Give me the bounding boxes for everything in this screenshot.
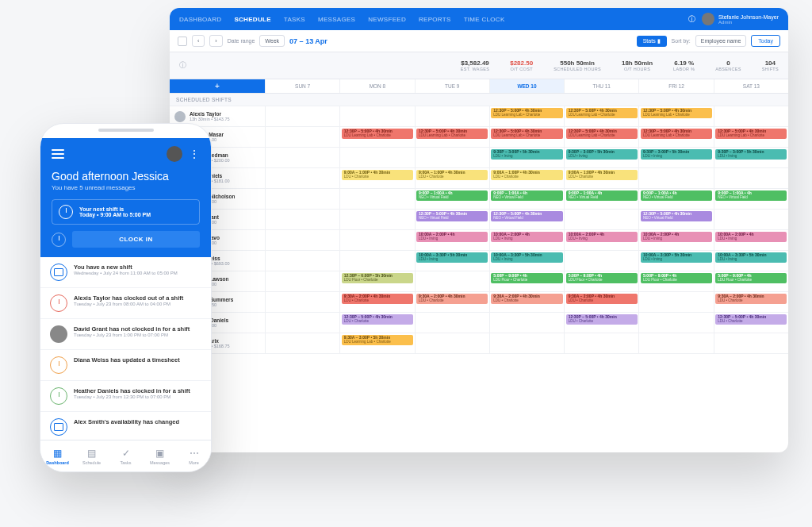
feed-item[interactable]: Heather Daniels has clocked in for a shi… [40,381,211,412]
shift-block[interactable]: 12:30P – 5:00P • 4h 30minLDU Learning La… [491,108,562,118]
nav-tab-schedule[interactable]: SCHEDULE [234,16,270,23]
nav-tab-time clock[interactable]: TIME CLOCK [464,16,505,23]
info-icon[interactable]: ⓘ [179,60,186,71]
shift-block[interactable]: 9:30A – 2:00P • 4h 30minLDU • Charlotte [416,294,488,304]
nav-tab-newsfeed[interactable]: NEWSFEED [368,16,406,23]
day-cell[interactable] [489,333,564,353]
day-cell[interactable]: 10:00A – 2:00P • 4hLDU • Irving [489,230,564,250]
shift-block[interactable]: 12:30P – 5:00P • 4h 30minNEO • Virtual F… [416,211,488,221]
day-cell[interactable]: 10:00A – 3:30P • 5h 30minLDU • Irving [489,251,564,271]
nav-tab-reports[interactable]: REPORTS [419,16,451,23]
shift-block[interactable]: 12:30P – 5:00P • 4h 30minLDU Learning La… [566,108,638,118]
shift-block[interactable]: 5:00P – 9:00P • 4hLDU Floor • Charlotte [641,273,712,283]
day-cell[interactable]: 12:30P – 5:00P • 4h 30minLDU Learning La… [339,127,414,147]
day-cell[interactable]: 9:30A – 2:00P • 4h 30minLDU • Charlotte [339,292,414,312]
day-cell[interactable]: 9:30A – 2:00P • 4h 30minLDU • Charlotte [564,292,638,312]
day-cell[interactable] [564,251,638,271]
day-cell[interactable]: 9:00P – 1:00A • 4hNEO • Virtual Field [714,189,788,209]
phone-tab-messages[interactable]: ▣Messages [143,440,177,471]
day-header[interactable]: WED 10 [489,79,564,93]
day-cell[interactable]: 10:00A – 2:00P • 4hLDU • Irving [638,230,713,250]
shift-block[interactable]: 10:00A – 3:30P • 5h 30minLDU • Irving [715,252,787,263]
range-dropdown[interactable]: Week [259,35,285,47]
shift-block[interactable]: 9:00A – 1:00P • 4h 30minLDU • Charlotte [416,170,488,180]
day-cell[interactable] [415,148,489,167]
shift-block[interactable]: 12:30P – 5:00P • 4h 30minLDU Learning La… [491,129,562,139]
day-cell[interactable]: 9:30P – 3:00P • 5h 30minLDU • Irving [638,148,713,167]
shift-block[interactable]: 9:30P – 3:00P • 5h 30minLDU • Irving [715,149,787,160]
feed-item[interactable]: You have a new shiftWednesday • July 24 … [40,257,211,288]
day-header[interactable]: THU 11 [564,79,638,93]
activity-feed[interactable]: You have a new shiftWednesday • July 24 … [40,257,211,440]
day-cell[interactable] [265,168,339,188]
shift-block[interactable]: 10:00A – 3:30P • 5h 30minLDU • Irving [416,252,488,263]
day-cell[interactable] [415,313,489,333]
day-cell[interactable] [714,210,788,229]
day-cell[interactable] [265,106,339,126]
day-cell[interactable] [638,168,713,188]
day-header[interactable]: SUN 7 [265,79,339,93]
shift-block[interactable]: 9:30P – 3:00P • 5h 30minLDU • Irving [566,149,638,160]
stats-button[interactable]: Stats ▮ [637,36,667,47]
prev-arrow[interactable]: ‹ [192,35,205,47]
day-cell[interactable] [265,333,339,353]
day-cell[interactable] [265,251,339,271]
day-cell[interactable] [265,313,339,333]
day-cell[interactable] [265,292,339,312]
shift-block[interactable]: 12:30P – 5:00P • 4h 30minLDU Learning La… [342,129,413,139]
day-cell[interactable]: 9:00A – 1:00P • 4h 30minLDU • Charlotte [415,168,489,188]
feed-item[interactable]: Alexis Taylor has clocked out of a shift… [40,288,211,319]
day-cell[interactable] [265,271,339,291]
shift-block[interactable]: 9:00A – 1:00P • 4h 30minLDU • Charlotte [566,170,638,180]
shift-block[interactable]: 12:30P – 5:00P • 4h 30minLDU • Charlotte [715,314,787,325]
day-cell[interactable] [265,127,339,147]
shift-block[interactable]: 10:00A – 3:30P • 5h 30minLDU • Irving [491,252,562,263]
day-cell[interactable]: 5:00P – 9:00P • 4hLDU Floor • Charlotte [714,271,788,291]
day-cell[interactable]: 9:00P – 1:00A • 4hNEO • Virtual Field [564,189,638,209]
day-cell[interactable] [265,210,339,229]
day-cell[interactable]: 12:30P – 5:00P • 4h 30minLDU Learning La… [489,127,564,147]
phone-tab-schedule[interactable]: ▤Schedule [75,440,109,471]
day-cell[interactable]: 12:30P – 5:00P • 4h 30minNEO • Virtual F… [415,210,489,229]
shift-block[interactable]: 12:30P – 5:00P • 4h 30minLDU Learning La… [566,129,638,139]
add-shift-button[interactable]: + [170,79,265,93]
day-header[interactable]: SAT 13 [714,79,788,93]
shift-block[interactable]: 9:00P – 1:00A • 4hNEO • Virtual Field [641,190,712,201]
shift-block[interactable]: 5:00P – 9:00P • 4hLDU Floor • Charlotte [566,273,638,283]
day-cell[interactable] [415,106,489,126]
shift-block[interactable]: 12:30P – 5:00P • 4h 30minLDU Learning La… [641,108,712,118]
day-cell[interactable] [714,333,788,353]
day-cell[interactable]: 9:30P – 3:00P • 5h 30minLDU • Irving [564,148,638,167]
day-cell[interactable]: 12:30P – 5:00P • 4h 30minLDU Learning La… [714,127,788,147]
day-cell[interactable] [415,271,489,291]
day-cell[interactable]: 9:30A – 2:00P • 4h 30minLDU • Charlotte [489,292,564,312]
day-cell[interactable] [489,313,564,333]
next-shift-card[interactable]: Your next shift is Today • 9:00 AM to 5:… [52,199,200,225]
schedule-grid[interactable]: Alexis Taylor13h 30min • $143.7512:30P –… [170,106,788,448]
day-cell[interactable]: 5:00P – 9:00P • 4hLDU Floor • Charlotte [638,271,713,291]
day-cell[interactable] [339,230,414,250]
shift-block[interactable]: 9:30P – 3:00P • 5h 30minLDU • Irving [491,149,562,160]
day-cell[interactable]: 12:30P – 5:00P • 4h 30minLDU Learning La… [564,127,638,147]
day-cell[interactable]: 9:30A – 2:00P • 4h 30minLDU • Charlotte [415,292,489,312]
shift-block[interactable]: 9:30A – 2:00P • 4h 30minLDU • Charlotte [715,294,787,304]
shift-block[interactable]: 12:30P – 5:00P • 4h 30minLDU Learning La… [641,129,712,139]
day-cell[interactable] [265,189,339,209]
shift-block[interactable]: 9:00P – 1:00A • 4hNEO • Virtual Field [416,190,488,201]
phone-tab-dashboard[interactable]: ▦Dashboard [40,440,75,471]
shift-block[interactable]: 12:30P – 5:00P • 4h 30minLDU Learning La… [715,129,787,139]
day-cell[interactable]: 9:00P – 1:00A • 4hNEO • Virtual Field [489,189,564,209]
day-cell[interactable] [564,210,638,229]
shift-block[interactable]: 12:30P – 5:00P • 4h 30minLDU • Charlotte [566,314,638,325]
shift-block[interactable]: 9:30A – 2:00P • 4h 30minLDU • Charlotte [342,294,413,304]
day-cell[interactable]: 12:30P – 5:00P • 4h 30minLDU • Charlotte [564,313,638,333]
menu-icon[interactable] [52,149,64,159]
day-cell[interactable]: 10:00A – 2:00P • 4hLDU • Irving [564,230,638,250]
day-cell[interactable]: 12:30P – 6:00P • 5h 30minLDU Floor • Cha… [339,271,414,291]
avatar[interactable] [167,146,182,162]
nav-tab-messages[interactable]: MESSAGES [318,16,355,23]
day-cell[interactable]: 9:00P – 1:00A • 4hNEO • Virtual Field [415,189,489,209]
day-cell[interactable]: 9:00A – 1:00P • 4h 30minLDU • Charlotte [489,168,564,188]
shift-block[interactable]: 9:30A – 2:00P • 4h 30minLDU • Charlotte [491,294,562,304]
day-cell[interactable]: 5:00P – 9:00P • 4hLDU Floor • Charlotte [564,271,638,291]
